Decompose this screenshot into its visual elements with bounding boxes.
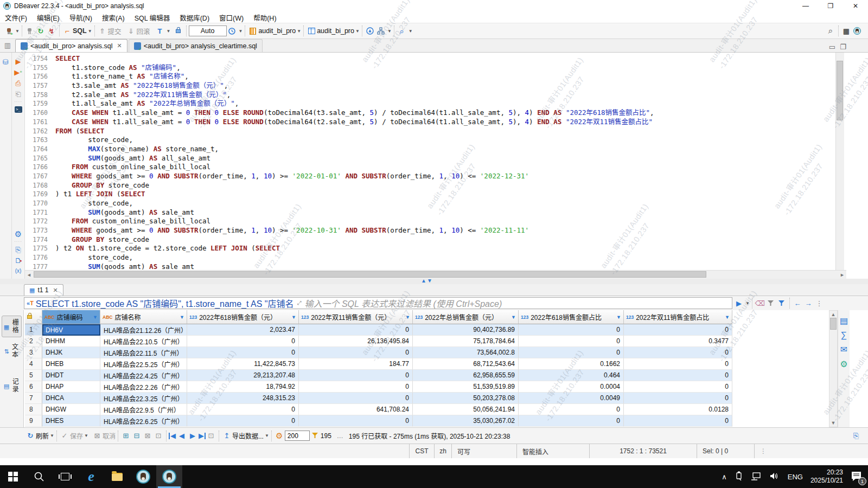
execute-statement-icon[interactable]: ▶ [13, 56, 24, 67]
editor-line[interactable]: 1769) t1 LEFT JOIN (SELECT [25, 190, 835, 199]
grid-cell[interactable]: 0 [519, 347, 624, 358]
schema-caret[interactable]: ▼ [355, 29, 360, 34]
filters-menu-icon[interactable] [776, 298, 787, 309]
delete-row-icon[interactable]: ⊠ [142, 431, 153, 441]
grid-cell[interactable]: 0 [299, 415, 413, 427]
grid-cell[interactable]: DHHM [42, 336, 100, 347]
row-number[interactable]: 5 [25, 370, 42, 381]
grid-cell[interactable]: 0 [187, 415, 299, 427]
input-language-indicator[interactable]: ENG [788, 473, 803, 481]
settings-gear-icon[interactable]: ⚙ [13, 228, 24, 239]
editor-line[interactable]: 1774 GROUP BY store_code [25, 235, 835, 245]
grid-cell[interactable]: 0 [624, 393, 732, 404]
menu-item-4[interactable]: SQL 编辑器 [130, 11, 175, 24]
quick-search-caret[interactable]: ▼ [409, 29, 413, 34]
editor-line[interactable]: 1777 SUM(goods_amt) AS sale_amt [25, 262, 835, 270]
filter-box[interactable]: «T SELECT t1.store_code AS "店铺编码", t1.st… [24, 297, 732, 309]
sort-caret-icon[interactable]: ▼ [93, 314, 98, 320]
network-icon[interactable] [375, 25, 386, 36]
editor-line[interactable]: 1770 store_code, [25, 199, 835, 208]
database-navigator-icon[interactable]: ⛁ [0, 58, 11, 66]
editor-line[interactable]: 1764 MAX(store_name) AS store_name_t, [25, 145, 835, 154]
grid-cell[interactable]: 0.0128 [624, 404, 732, 415]
tx-mode-combo[interactable]: Auto [189, 25, 227, 36]
menu-item-6[interactable]: 窗口(W) [214, 11, 248, 24]
grid-cell[interactable]: 0 [519, 336, 624, 347]
network-tray-icon[interactable] [751, 472, 762, 482]
editor-line[interactable]: 1763 store_code, [25, 136, 835, 145]
caret-position[interactable]: 1752 : 1 : 73521 [589, 444, 697, 458]
rollback-icon[interactable]: ⇓ [126, 25, 137, 36]
reconnect-icon[interactable]: ↻ [35, 25, 46, 36]
perspective-icon[interactable]: ▦ [841, 25, 852, 36]
edit-cell-icon[interactable]: ⊡ [153, 431, 164, 441]
grid-cell[interactable]: HLA唯品会22.4.25（广州） [100, 370, 187, 381]
connect-icon[interactable] [24, 25, 35, 36]
menu-item-3[interactable]: 搜索(A) [97, 11, 130, 24]
grid-cell[interactable]: 0.1662 [519, 358, 624, 370]
sash-collapse-icons[interactable]: ▲▼ [421, 278, 433, 284]
tx-history-caret[interactable]: ▼ [239, 29, 243, 34]
filter-history-caret[interactable]: ▼ [745, 301, 750, 306]
maximize-button[interactable]: ❐ [818, 0, 843, 12]
grid-cell[interactable]: 0 [299, 381, 413, 393]
grid-cell[interactable]: 0.3477 [624, 336, 732, 347]
editor-line[interactable]: 1772 FROM custom_online_sale_bill_local [25, 217, 835, 226]
filter-input[interactable]: 输入一个 SQL 表达式来过滤结果 (使用 Ctrl+Space) [304, 297, 502, 309]
editor-line[interactable]: 1765 SUM(goods_amt) AS all_sale_amt [25, 154, 835, 163]
new-connection-icon[interactable]: + [3, 25, 14, 36]
dbeaver-taskbar-icon[interactable] [130, 465, 156, 488]
grid-cell[interactable]: HLA唯品会22.5.25（广州） [100, 358, 187, 370]
variables-icon[interactable]: (x) [13, 266, 24, 277]
grid-cell[interactable]: DHEB [42, 358, 100, 370]
editor-line[interactable]: 1771 SUM(goods_amt) AS sale_amt [25, 208, 835, 217]
editor-line[interactable]: 1754SELECT [25, 54, 835, 63]
scroll-right-arrow-icon[interactable]: ► [840, 272, 845, 278]
grid-cell[interactable]: 0 [299, 324, 413, 336]
scroll-left-arrow-icon[interactable]: ◄ [27, 272, 31, 278]
panel-sash[interactable] [0, 279, 868, 284]
view-tab-1[interactable]: 文本⇅ [2, 341, 21, 361]
history-forward-icon[interactable]: → [803, 298, 814, 309]
grid-cell[interactable]: HLA唯品会22.11.5（广州） [100, 347, 187, 358]
grid-cell[interactable]: 0 [187, 404, 299, 415]
grid-cell[interactable]: 29,213,207.48 [187, 370, 299, 381]
grid-cell[interactable]: DHDT [42, 370, 100, 381]
first-page-icon[interactable]: ◀ [169, 433, 176, 439]
history-back-icon[interactable]: ← [792, 298, 803, 309]
grid-cell[interactable]: 0.464 [519, 370, 624, 381]
grid-cell[interactable]: 0 [187, 336, 299, 347]
row-number[interactable]: 3 [25, 347, 42, 358]
grid-cell[interactable]: DHAP [42, 381, 100, 393]
grid-cell[interactable]: 0 [187, 347, 299, 358]
volume-tray-icon[interactable] [769, 472, 780, 482]
grid-cell[interactable]: 0 [624, 347, 732, 358]
grid-corner-cell[interactable] [25, 310, 42, 324]
transaction-filter-icon[interactable]: T [155, 25, 165, 36]
grid-cell[interactable]: 0 [519, 324, 624, 336]
usb-tray-icon[interactable] [735, 471, 743, 483]
row-number[interactable]: 8 [25, 404, 42, 415]
grid-cell[interactable]: 68,712,543.64 [413, 358, 519, 370]
sql-editor[interactable]: 1754SELECT1755 t1.store_code AS "店铺编码",1… [25, 53, 835, 270]
export-label[interactable]: 导出数据... [232, 431, 264, 440]
column-header-4[interactable]: 1232022年总销售金额（元）▼ [413, 310, 519, 324]
tab-close-icon[interactable]: ✕ [117, 42, 122, 49]
menu-item-1[interactable]: 编辑(E) [32, 11, 65, 24]
scroll-up-arrow-icon[interactable]: ▲ [829, 312, 837, 317]
taskbar-clock[interactable]: 20:23 2025/10/21 [810, 468, 843, 485]
edit-filter-icon[interactable] [765, 298, 776, 309]
minimize-button[interactable]: — [793, 0, 818, 12]
result-settings-gear-icon[interactable]: ⚙ [274, 431, 285, 441]
column-header-3[interactable]: 1232022年双11销售金额（元）▼ [299, 310, 413, 324]
scroll-down-arrow-icon[interactable]: ▼ [829, 420, 837, 426]
minimize-editor-icon[interactable]: ▭ [827, 41, 838, 52]
view-tab-2[interactable]: 记录▤ [2, 375, 21, 396]
grid-cell[interactable]: DHGW [42, 404, 100, 415]
grid-cell[interactable]: HLA唯品会22.3.25（广州） [100, 393, 187, 404]
row-number[interactable]: 9 [25, 415, 42, 427]
grid-cell[interactable]: 90,402,736.89 [413, 324, 519, 336]
add-row-icon[interactable]: ⊞ [120, 431, 131, 441]
unsaved-file-icon[interactable]: 🗋● [13, 255, 24, 266]
row-number[interactable]: 2 [25, 336, 42, 347]
